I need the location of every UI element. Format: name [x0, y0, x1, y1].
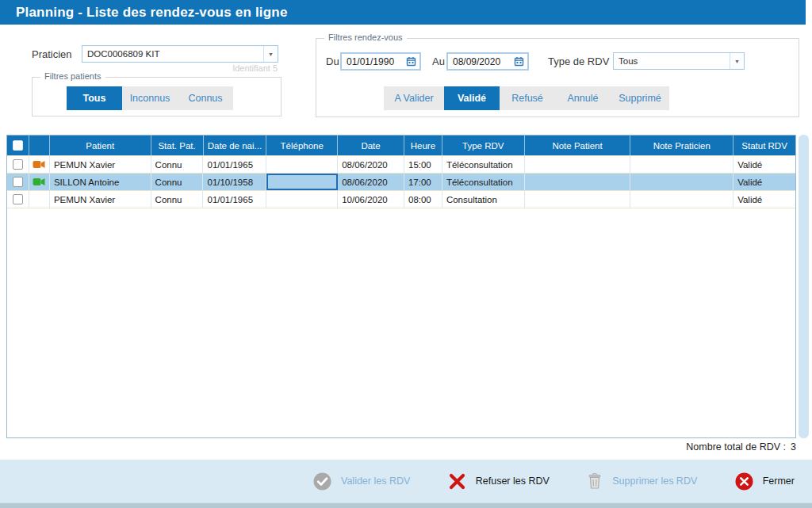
- refuse-rdv-button[interactable]: Refuser les RDV: [448, 472, 550, 491]
- status-tab-supprime[interactable]: Supprimé: [611, 86, 669, 110]
- cell-statut[interactable]: Validé: [733, 156, 795, 173]
- du-date-input[interactable]: 01/01/1990: [340, 52, 421, 71]
- cell-type[interactable]: Téléconsultation: [442, 174, 525, 190]
- cell-heure[interactable]: 17:00: [404, 174, 442, 190]
- calendar-icon[interactable]: [514, 56, 524, 67]
- table-header: Patient Stat. Pat. Date de nai... Téléph…: [7, 136, 795, 156]
- row-type-icon-cell[interactable]: [29, 191, 50, 208]
- table-row[interactable]: PEMUN XavierConnu01/01/196510/06/202008:…: [7, 191, 795, 208]
- column-header-date[interactable]: Date: [338, 136, 404, 155]
- column-header-heure[interactable]: Heure: [404, 136, 442, 155]
- appointments-table: Patient Stat. Pat. Date de nai... Téléph…: [6, 135, 796, 438]
- cell-date[interactable]: 08/06/2020: [338, 174, 404, 190]
- cell-heure[interactable]: 08:00: [404, 191, 442, 208]
- cell-stat[interactable]: Connu: [151, 174, 204, 190]
- refuse-rdv-label: Refuser les RDV: [476, 476, 550, 487]
- close-circle-icon: [735, 472, 753, 491]
- check-circle-icon: [313, 472, 331, 491]
- trash-icon: [587, 472, 603, 490]
- cell-naissance[interactable]: 01/10/1958: [203, 174, 266, 190]
- column-header-type-rdv[interactable]: Type RDV: [442, 136, 525, 155]
- delete-rdv-button[interactable]: Supprimer les RDV: [587, 472, 697, 490]
- cell-note_praticien[interactable]: [630, 156, 733, 173]
- table-row[interactable]: SILLON AntoineConnu01/10/195808/06/20201…: [7, 174, 795, 191]
- status-tab-annule[interactable]: Annulé: [555, 86, 611, 110]
- praticien-label: Praticien: [32, 48, 72, 60]
- cell-telephone[interactable]: [266, 174, 338, 190]
- row-checkbox[interactable]: [13, 159, 23, 170]
- cell-patient[interactable]: PEMUN Xavier: [50, 156, 151, 173]
- column-header-note-patient[interactable]: Note Patient: [525, 136, 631, 155]
- status-tab-refuse[interactable]: Refusé: [500, 86, 555, 110]
- cell-stat[interactable]: Connu: [151, 156, 204, 173]
- cell-patient[interactable]: PEMUN Xavier: [50, 191, 151, 208]
- cell-note_patient[interactable]: [525, 191, 631, 208]
- cell-telephone[interactable]: [266, 191, 338, 208]
- cell-heure[interactable]: 15:00: [404, 156, 442, 173]
- cell-telephone[interactable]: [266, 156, 338, 173]
- filtres-patients-label: Filtres patients: [40, 71, 105, 81]
- cell-type[interactable]: Consultation: [442, 191, 525, 208]
- type-rdv-value: Tous: [614, 56, 730, 66]
- cell-note_patient[interactable]: [525, 156, 631, 173]
- row-checkbox[interactable]: [13, 194, 23, 204]
- column-header-telephone[interactable]: Téléphone: [266, 136, 338, 155]
- chevron-down-icon[interactable]: ▼: [730, 53, 744, 69]
- total-rdv: Nombre total de RDV :3: [686, 441, 796, 453]
- row-checkbox-cell[interactable]: [7, 156, 29, 173]
- status-tab-a-valider[interactable]: A Valider: [384, 86, 444, 110]
- column-header-patient[interactable]: Patient: [50, 136, 151, 155]
- du-label: Du: [326, 55, 339, 67]
- footer-action-bar: Valider les RDV Refuser les RDV Supprime…: [0, 460, 812, 502]
- column-header-stat-pat[interactable]: Stat. Pat.: [151, 136, 204, 155]
- cell-naissance[interactable]: 01/01/1965: [203, 156, 266, 173]
- window-title: Planning - Liste des rendez-vous en lign…: [0, 0, 806, 25]
- column-header-statut-rdv[interactable]: Statut RDV: [733, 136, 795, 155]
- praticien-combobox[interactable]: DOC0006809 KIT ▼: [82, 45, 278, 63]
- cell-stat[interactable]: Connu: [151, 191, 204, 208]
- patients-filter-connus[interactable]: Connus: [178, 86, 233, 110]
- patients-filter-tous[interactable]: Tous: [67, 86, 122, 110]
- column-header-date-naissance[interactable]: Date de nai...: [204, 136, 267, 155]
- identifiant-hint: Identifiant 5: [190, 63, 278, 73]
- validate-rdv-button[interactable]: Valider les RDV: [313, 472, 410, 491]
- cell-note_patient[interactable]: [525, 174, 631, 190]
- cell-naissance[interactable]: 01/01/1965: [203, 191, 266, 208]
- total-rdv-value: 3: [791, 441, 796, 453]
- cell-date[interactable]: 08/06/2020: [338, 156, 404, 173]
- total-rdv-label: Nombre total de RDV :: [686, 441, 786, 453]
- praticien-value: DOC0006809 KIT: [82, 49, 263, 59]
- row-checkbox[interactable]: [13, 177, 23, 187]
- du-date-value: 01/01/1990: [347, 56, 394, 67]
- type-rdv-combobox[interactable]: Tous ▼: [613, 52, 745, 70]
- patients-filter-inconnus[interactable]: Inconnus: [122, 86, 178, 110]
- table-row[interactable]: PEMUN XavierConnu01/01/196508/06/202015:…: [7, 156, 795, 174]
- cell-patient[interactable]: SILLON Antoine: [50, 174, 151, 190]
- status-tab-valide[interactable]: Validé: [444, 86, 500, 110]
- row-checkbox-cell[interactable]: [7, 174, 29, 190]
- au-label: Au: [432, 55, 445, 67]
- row-type-icon-cell[interactable]: [29, 156, 50, 173]
- row-checkbox-cell[interactable]: [7, 191, 29, 208]
- patients-filter-strip: Tous Inconnus Connus: [67, 86, 233, 110]
- type-rdv-label: Type de RDV: [548, 55, 609, 67]
- cell-note_praticien[interactable]: [630, 174, 733, 190]
- row-type-icon-cell[interactable]: [29, 174, 50, 190]
- chevron-down-icon[interactable]: ▼: [263, 46, 278, 62]
- close-button[interactable]: Fermer: [735, 472, 795, 491]
- cell-statut[interactable]: Validé: [733, 191, 795, 208]
- select-all-checkbox-cell[interactable]: [7, 136, 29, 155]
- close-label: Fermer: [763, 476, 795, 487]
- cell-note_praticien[interactable]: [630, 191, 733, 208]
- icon-column-header[interactable]: [29, 136, 50, 155]
- vertical-scrollbar[interactable]: [799, 135, 809, 438]
- filtres-patients-groupbox: Filtres patients Tous Inconnus Connus: [32, 77, 282, 116]
- column-header-note-praticien[interactable]: Note Praticien: [630, 136, 733, 155]
- cell-statut[interactable]: Validé: [733, 174, 795, 190]
- cell-date[interactable]: 10/06/2020: [338, 191, 404, 208]
- bottom-edge-strip: [0, 502, 812, 508]
- calendar-icon[interactable]: [406, 56, 416, 67]
- cell-type[interactable]: Téléconsultation: [442, 156, 525, 173]
- au-date-input[interactable]: 08/09/2020: [446, 52, 529, 71]
- select-all-checkbox[interactable]: [13, 140, 23, 151]
